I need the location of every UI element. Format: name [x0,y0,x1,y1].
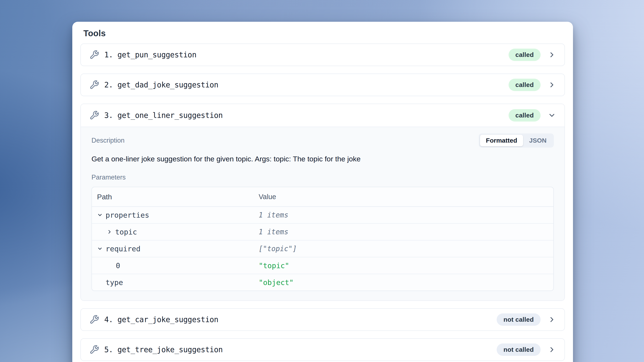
table-header: Path Value [92,187,553,207]
description-text: Get a one-liner joke suggestion for the … [92,154,554,164]
table-row-type: type "object" [92,274,553,290]
param-value: 1 items [259,228,288,236]
tool-list: 1. get_pun_suggestion called 2. get_dad_… [80,44,565,361]
chevron-right-icon[interactable] [548,51,556,59]
param-key: 0 [116,261,120,270]
wrench-icon [89,80,99,90]
wrench-icon [89,50,99,60]
chevron-down-icon[interactable] [97,212,106,218]
tool-row-get-pun-suggestion[interactable]: 1. get_pun_suggestion called [80,44,565,66]
chevron-right-icon[interactable] [548,346,556,354]
panel-title: Tools [84,28,565,38]
column-header-path: Path [92,193,259,201]
param-key: topic [115,228,137,236]
column-header-value: Value [259,193,553,201]
param-value: "topic" [259,261,289,270]
wrench-icon [89,345,99,354]
param-key: properties [106,211,149,219]
status-badge: not called [497,344,540,356]
chevron-down-icon[interactable] [548,111,556,120]
tool-row-get-one-liner-suggestion[interactable]: 3. get_one_liner_suggestion called [81,104,564,127]
status-badge: called [508,48,540,61]
param-key: type [106,278,123,287]
param-value: ["topic"] [259,244,297,253]
toggle-formatted[interactable]: Formatted [480,135,523,146]
status-badge: called [508,109,540,122]
parameters-table: Path Value properties 1 items [92,187,554,291]
tool-row-get-tree-joke-suggestion[interactable]: 5. get_tree_joke_suggestion not called [80,338,565,361]
table-row-required[interactable]: required ["topic"] [92,240,553,257]
chevron-right-icon[interactable] [548,316,556,324]
table-row-required-0: 0 "topic" [92,257,553,274]
param-value: "object" [259,278,294,287]
param-value: 1 items [259,211,288,219]
toggle-json[interactable]: JSON [523,135,552,146]
view-mode-toggle: Formatted JSON [479,134,554,148]
parameters-label: Parameters [92,174,554,181]
status-badge: not called [497,314,540,326]
desktop-background: Tools 1. get_pun_suggestion called 2. ge… [0,0,644,362]
chevron-right-icon[interactable] [548,81,556,89]
tool-name: 2. get_dad_joke_suggestion [104,80,218,89]
tool-name: 3. get_one_liner_suggestion [104,111,223,120]
description-label: Description [92,137,124,144]
tool-name: 4. get_car_joke_suggestion [104,315,218,324]
chevron-down-icon[interactable] [97,246,106,252]
tools-panel: Tools 1. get_pun_suggestion called 2. ge… [72,22,573,362]
tool-row-get-dad-joke-suggestion[interactable]: 2. get_dad_joke_suggestion called [80,74,565,96]
status-badge: called [508,79,540,91]
tool-row-get-one-liner-suggestion-expanded: 3. get_one_liner_suggestion called Descr… [80,104,565,301]
tool-row-get-car-joke-suggestion[interactable]: 4. get_car_joke_suggestion not called [80,308,565,331]
tool-name: 1. get_pun_suggestion [104,50,196,59]
wrench-icon [89,315,99,324]
tool-detail-body: Description Formatted JSON Get a one-lin… [81,127,564,300]
param-key: required [106,244,140,253]
table-row-properties[interactable]: properties 1 items [92,207,553,224]
wrench-icon [89,110,99,120]
table-row-topic[interactable]: topic 1 items [92,224,553,240]
chevron-right-icon[interactable] [106,229,115,235]
tool-name: 5. get_tree_joke_suggestion [104,345,223,354]
